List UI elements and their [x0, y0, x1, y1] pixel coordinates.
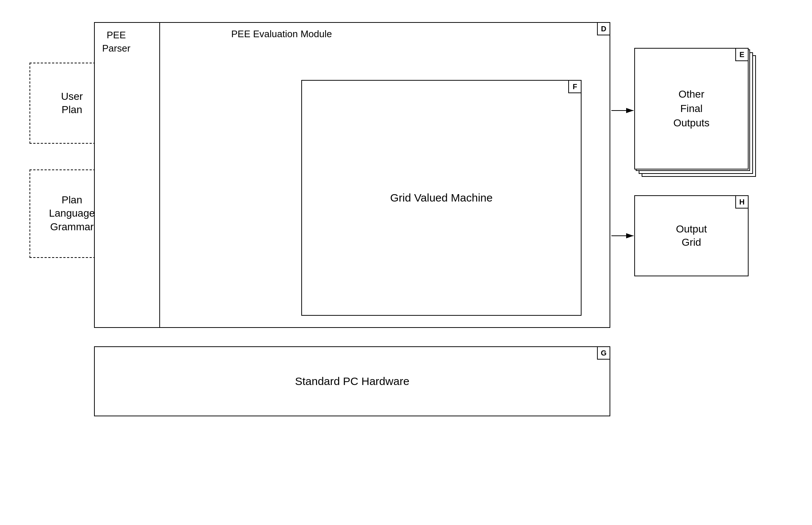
- badge-e: E: [735, 48, 749, 61]
- box-g: G Standard PC Hardware: [94, 346, 610, 416]
- label-a: UserPlan: [61, 90, 83, 117]
- pee-parser-label: PEEParser: [102, 28, 131, 55]
- label-f: Grid Valued Machine: [390, 192, 493, 204]
- badge-d: D: [597, 22, 610, 35]
- box-f: F Grid Valued Machine: [301, 80, 582, 316]
- diagram-container: A UserPlan B PlanLanguageGrammar PEEPars…: [0, 0, 812, 525]
- label-h: OutputGrid: [676, 223, 707, 249]
- label-b: PlanLanguageGrammar: [49, 193, 95, 234]
- box-e: E OtherFinalOutputs: [634, 48, 749, 169]
- box-h: H OutputGrid: [634, 195, 749, 276]
- pee-eval-label: PEE Evaluation Module: [231, 28, 332, 40]
- badge-f: F: [568, 80, 582, 93]
- label-e: OtherFinalOutputs: [673, 87, 709, 130]
- box-outer: PEEParser C PEE Evaluation Module D F Gr…: [94, 22, 610, 328]
- badge-h: H: [735, 195, 749, 209]
- divider: [159, 23, 160, 327]
- badge-g: G: [597, 346, 610, 360]
- label-g: Standard PC Hardware: [295, 375, 409, 388]
